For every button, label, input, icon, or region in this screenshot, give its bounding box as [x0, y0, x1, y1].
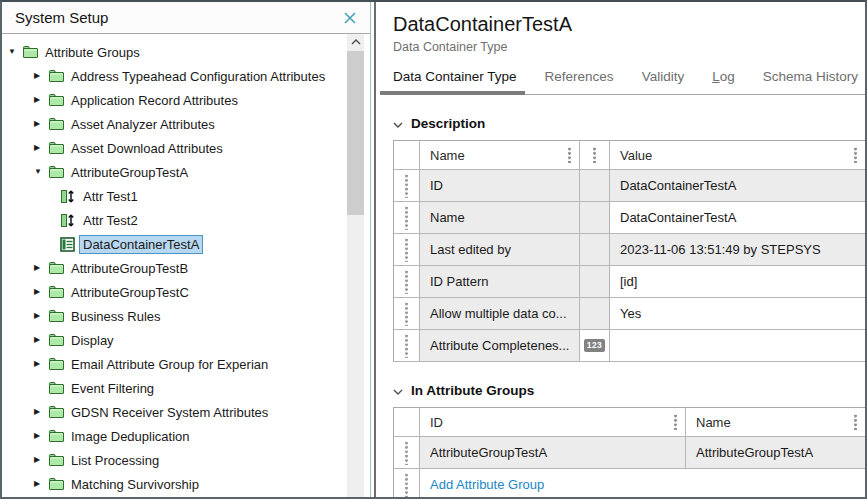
close-icon[interactable] [342, 10, 358, 26]
tree-item-label[interactable]: Asset Analyzer Attributes [68, 116, 218, 133]
row-handle-cell[interactable] [394, 469, 420, 497]
tree-item-label[interactable]: Asset Download Attributes [68, 140, 226, 157]
tree-item-label[interactable]: Business Rules [68, 308, 164, 325]
row-handle-cell[interactable] [394, 298, 420, 330]
tree-item-gdsn-receiver-system-attributes[interactable]: ▶GDSN Receiver System Attributes [2, 400, 370, 424]
tree-item-attr-test1[interactable]: Attr Test1 [2, 184, 370, 208]
cell-attribute-name[interactable]: Last edited by [420, 234, 580, 266]
tree-item-label[interactable]: AttributeGroupTestC [68, 284, 192, 301]
expand-arrow-icon[interactable]: ▶ [34, 336, 48, 344]
tree-item-label[interactable]: GDSN Receiver System Attributes [68, 404, 271, 421]
expand-arrow-icon[interactable]: ▶ [34, 480, 48, 488]
tab-references[interactable]: References [545, 69, 614, 94]
tree-item-label[interactable]: DataContainerTestA [80, 236, 202, 253]
scroll-up-icon[interactable] [347, 34, 364, 50]
tree-item-attributegrouptestc[interactable]: ▶AttributeGroupTestC [2, 280, 370, 304]
tree-item-label[interactable]: Attr Test1 [80, 188, 141, 205]
tree-item-label[interactable]: AttributeGroupTestB [68, 260, 191, 277]
expand-arrow-icon[interactable]: ▶ [34, 432, 48, 440]
collapse-chevron-icon[interactable] [393, 116, 403, 131]
tree-item-label[interactable]: List Processing [68, 452, 162, 469]
row-handle-icon[interactable] [405, 270, 408, 294]
cell-group-name[interactable]: AttributeGroupTestA [686, 437, 865, 469]
tree-item-asset-download-attributes[interactable]: ▶Asset Download Attributes [2, 136, 370, 160]
row-handle-icon[interactable] [405, 441, 408, 465]
row-handle-icon[interactable] [405, 238, 408, 262]
column-menu-icon[interactable] [593, 147, 596, 163]
tree-item-attribute-groups[interactable]: ▼Attribute Groups [2, 40, 370, 64]
row-handle-cell[interactable] [394, 330, 420, 362]
expand-arrow-icon[interactable]: ▶ [34, 288, 48, 296]
tree-item-label[interactable]: Attr Test2 [80, 212, 141, 229]
tree-item-asset-analyzer-attributes[interactable]: ▶Asset Analyzer Attributes [2, 112, 370, 136]
expand-arrow-icon[interactable]: ▶ [34, 456, 48, 464]
tree-item-business-rules[interactable]: ▶Business Rules [2, 304, 370, 328]
tree-item-address-typeahead-configuration-attributes[interactable]: ▶Address Typeahead Configuration Attribu… [2, 64, 370, 88]
tree-item-event-filtering[interactable]: Event Filtering [2, 376, 370, 400]
row-handle-icon[interactable] [405, 334, 408, 358]
expand-arrow-icon[interactable]: ▶ [34, 144, 48, 152]
collapse-arrow-icon[interactable]: ▼ [34, 168, 48, 176]
tree-item-datacontainertesta[interactable]: DataContainerTestA [2, 232, 370, 256]
row-handle-icon[interactable] [405, 174, 408, 198]
tab-validity[interactable]: Validity [642, 69, 685, 94]
cell-attribute-value[interactable]: [id] [610, 266, 865, 298]
cell-attribute-name[interactable]: Allow multiple data co... [420, 298, 580, 330]
row-handle-cell[interactable] [394, 437, 420, 469]
column-menu-icon[interactable] [568, 147, 571, 163]
tree-item-application-record-attributes[interactable]: ▶Application Record Attributes [2, 88, 370, 112]
tree-item-display[interactable]: ▶Display [2, 328, 370, 352]
tree-item-attributegrouptesta[interactable]: ▼AttributeGroupTestA [2, 160, 370, 184]
cell-attribute-name[interactable]: ID [420, 170, 580, 202]
expand-arrow-icon[interactable]: ▶ [34, 264, 48, 272]
row-handle-cell[interactable] [394, 266, 420, 298]
attribute-icon [60, 189, 80, 204]
collapse-arrow-icon[interactable]: ▼ [8, 48, 22, 56]
row-handle-cell[interactable] [394, 170, 420, 202]
expand-arrow-icon[interactable]: ▶ [34, 408, 48, 416]
panel-splitter[interactable] [371, 2, 380, 497]
tree-item-label[interactable]: Matching Survivorship [68, 476, 202, 493]
tree-item-attributegrouptestb[interactable]: ▶AttributeGroupTestB [2, 256, 370, 280]
cell-attribute-name[interactable]: Attribute Completenes... [420, 330, 580, 362]
tab-data-container-type[interactable]: Data Container Type [393, 69, 517, 94]
tree-item-image-deduplication[interactable]: ▶Image Deduplication [2, 424, 370, 448]
row-handle-cell[interactable] [394, 202, 420, 234]
expand-arrow-icon[interactable]: ▶ [34, 312, 48, 320]
add-attribute-group-link[interactable]: Add Attribute Group [430, 477, 544, 492]
row-handle-cell[interactable] [394, 234, 420, 266]
cell-group-id[interactable]: AttributeGroupTestA [420, 437, 686, 469]
tree-scrollbar[interactable] [347, 34, 364, 497]
column-menu-icon[interactable] [854, 414, 857, 430]
scrollbar-thumb[interactable] [347, 51, 364, 215]
tree-item-label[interactable]: Image Deduplication [68, 428, 193, 445]
expand-arrow-icon[interactable]: ▶ [34, 120, 48, 128]
cell-attribute-name[interactable]: Name [420, 202, 580, 234]
tree-item-label[interactable]: Display [68, 332, 117, 349]
collapse-chevron-icon[interactable] [393, 383, 403, 398]
cell-attribute-name[interactable]: ID Pattern [420, 266, 580, 298]
tree-item-label[interactable]: Event Filtering [68, 380, 157, 397]
expand-arrow-icon[interactable]: ▶ [34, 72, 48, 80]
row-handle-icon[interactable] [405, 302, 408, 326]
tree-item-label[interactable]: Email Attribute Group for Experian [68, 356, 271, 373]
tree-item-label[interactable]: Application Record Attributes [68, 92, 241, 109]
tab-log[interactable]: Log [712, 69, 735, 94]
tree-item-label[interactable]: Address Typeahead Configuration Attribut… [68, 68, 328, 85]
tree-item-matching-survivorship[interactable]: ▶Matching Survivorship [2, 472, 370, 496]
tree-item-label[interactable]: AttributeGroupTestA [68, 164, 191, 181]
expand-arrow-icon[interactable]: ▶ [34, 96, 48, 104]
column-menu-icon[interactable] [854, 147, 857, 163]
tree-item-attr-test2[interactable]: Attr Test2 [2, 208, 370, 232]
cell-attribute-value[interactable]: DataContainerTestA [610, 202, 865, 234]
tab-schema-history[interactable]: Schema History [763, 69, 858, 94]
row-handle-icon[interactable] [405, 473, 408, 497]
tree-item-label[interactable]: Attribute Groups [42, 44, 143, 61]
tree-item-email-attribute-group-for-experian[interactable]: ▶Email Attribute Group for Experian [2, 352, 370, 376]
column-menu-icon[interactable] [674, 414, 677, 430]
tree-item-list-processing[interactable]: ▶List Processing [2, 448, 370, 472]
row-handle-icon[interactable] [405, 206, 408, 230]
cell-attribute-value[interactable]: Yes [610, 298, 865, 330]
cell-attribute-value[interactable] [610, 330, 865, 362]
expand-arrow-icon[interactable]: ▶ [34, 360, 48, 368]
